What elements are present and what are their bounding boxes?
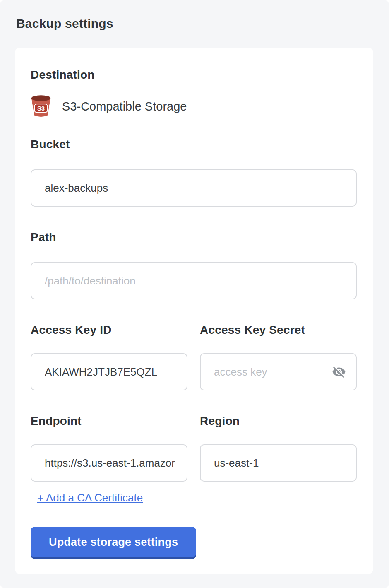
region-input[interactable] bbox=[200, 444, 357, 482]
access-key-id-label: Access Key ID bbox=[31, 323, 187, 337]
svg-text:S3: S3 bbox=[37, 105, 45, 112]
endpoint-input[interactable] bbox=[31, 444, 187, 482]
access-key-id-input[interactable] bbox=[31, 353, 187, 390]
endpoint-field: Endpoint bbox=[31, 390, 187, 482]
endpoint-region-row: Endpoint Region bbox=[31, 390, 357, 482]
page-title: Backup settings bbox=[16, 17, 374, 31]
region-field: Region bbox=[200, 390, 357, 482]
bucket-input[interactable] bbox=[31, 169, 357, 207]
destination-value: S3-Compatible Storage bbox=[62, 100, 187, 113]
path-input[interactable] bbox=[31, 262, 357, 299]
path-label: Path bbox=[31, 231, 357, 244]
access-key-secret-wrap bbox=[200, 353, 357, 390]
endpoint-label: Endpoint bbox=[31, 414, 187, 428]
add-ca-certificate-link[interactable]: + Add a CA Certificate bbox=[37, 492, 143, 504]
destination-label: Destination bbox=[31, 68, 357, 82]
access-key-secret-label: Access Key Secret bbox=[200, 323, 357, 337]
eye-off-icon bbox=[332, 365, 346, 379]
backup-settings-card: Destination S3 S3-Compatible Storage Buc… bbox=[15, 48, 373, 574]
toggle-secret-visibility-button[interactable] bbox=[331, 364, 347, 380]
access-key-id-field: Access Key ID bbox=[31, 299, 187, 390]
region-label: Region bbox=[200, 414, 357, 428]
access-key-secret-field: Access Key Secret bbox=[200, 299, 357, 390]
s3-bucket-icon: S3 bbox=[31, 95, 51, 118]
bucket-label: Bucket bbox=[31, 138, 357, 151]
access-key-row: Access Key ID Access Key Secret bbox=[31, 299, 357, 390]
backup-settings-page: Backup settings Destination S3 S3-Compat… bbox=[0, 0, 389, 588]
destination-row: S3 S3-Compatible Storage bbox=[31, 95, 357, 118]
update-storage-settings-button[interactable]: Update storage settings bbox=[31, 527, 196, 557]
